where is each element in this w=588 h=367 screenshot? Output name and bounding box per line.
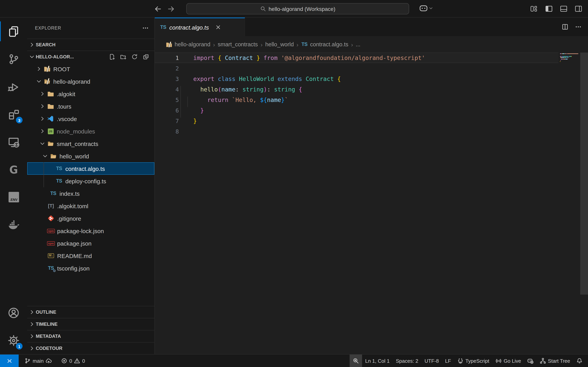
new-folder-icon[interactable] <box>120 54 126 60</box>
status-language-mode[interactable]: TypeScript <box>454 355 492 367</box>
breadcrumb-item-hello-algorand[interactable]: hello-algorand <box>166 41 210 48</box>
minimap-line <box>560 60 579 61</box>
tree-item--algokit[interactable]: .algokit <box>27 88 154 100</box>
tree-item-label: package.json <box>57 240 92 247</box>
tree-item--gitignore[interactable]: .gitignore <box>27 212 154 225</box>
command-center[interactable]: hello-algorand (Workspace) <box>186 3 409 14</box>
status-encoding[interactable]: UTF-8 <box>421 355 442 367</box>
tree-item-contract-algo-ts[interactable]: TScontract.algo.ts <box>27 162 154 175</box>
tab-contract-algo-ts[interactable]: TS contract.algo.ts <box>155 17 245 36</box>
section-search[interactable]: SEARCH <box>27 39 154 50</box>
folder-open-icon <box>47 140 54 147</box>
more-actions-icon[interactable] <box>575 23 582 30</box>
tree-item-index-ts[interactable]: TSindex.ts <box>27 187 154 200</box>
tsconfig-file-icon: TS⚙ <box>48 265 55 272</box>
remote-indicator[interactable] <box>0 355 19 367</box>
tree-item-readme-md[interactable]: M↓README.md <box>27 250 154 262</box>
code-line-7[interactable]: 7} <box>155 116 558 126</box>
close-tab-icon[interactable] <box>215 24 221 30</box>
status-label: Go Live <box>504 358 521 364</box>
activity-item-docker[interactable] <box>0 211 27 239</box>
section-timeline[interactable]: TIMELINE <box>27 318 154 330</box>
tree-item-tsconfig-json[interactable]: TS⚙tsconfig.json <box>27 262 154 274</box>
breadcrumb-item-smart-contracts[interactable]: smart_contracts <box>218 41 258 48</box>
section-codetour[interactable]: CODETOUR <box>27 342 154 354</box>
status-zoom-status[interactable] <box>350 355 362 367</box>
tree-item-smart-contracts[interactable]: smart_contracts <box>27 137 154 150</box>
code-line-2[interactable]: 2 <box>155 63 558 74</box>
new-file-icon[interactable] <box>109 54 115 60</box>
branch-status[interactable]: main <box>21 355 55 367</box>
tree-item--algokit-toml[interactable]: [T].algokit.toml <box>27 200 154 212</box>
tree-item-root[interactable]: ROOT <box>27 63 154 75</box>
minimap-slider[interactable] <box>580 52 588 295</box>
refresh-icon[interactable] <box>131 54 138 60</box>
layout-sidebar-right-icon[interactable] <box>574 5 583 13</box>
tree-item--tours[interactable]: .tours <box>27 100 154 112</box>
activity-item-dotenv[interactable]: .ENV <box>0 183 27 211</box>
chevron-right-icon <box>39 91 46 97</box>
breadcrumb-separator: › <box>213 41 215 48</box>
activity-item-explorer[interactable] <box>0 17 27 45</box>
chevron-right-icon <box>39 116 46 122</box>
breadcrumb-item-hello-world[interactable]: hello_world <box>265 41 294 48</box>
code-line-8[interactable]: 8 <box>155 126 558 137</box>
status-start-tree[interactable]: Start Tree <box>537 355 573 367</box>
tree-item--vscode[interactable]: .vscode <box>27 112 154 125</box>
code-editor[interactable]: 1import { Contract } from '@algorandfoun… <box>155 52 588 354</box>
code-line-4[interactable]: 4 hello(name: string): string { <box>155 84 558 95</box>
activity-item-source-control[interactable] <box>0 45 27 73</box>
layout-sidebar-left-icon[interactable] <box>545 5 553 13</box>
section-metadata[interactable]: METADATA <box>27 330 154 342</box>
status-cursor-position[interactable]: Ln 1, Col 1 <box>362 355 393 367</box>
activity-item-settings[interactable]: 1 <box>0 326 27 354</box>
type-hierarchy-icon <box>540 358 546 364</box>
problems-status[interactable]: 0 0 <box>58 355 88 367</box>
customize-layout-icon[interactable] <box>530 5 538 13</box>
zoom-in-icon <box>353 358 359 364</box>
tree-item-package-lock-json[interactable]: npmpackage-lock.json <box>27 225 154 237</box>
status-eol[interactable]: LF <box>442 355 454 367</box>
code-line-3[interactable]: 3export class HelloWorld extends Contrac… <box>155 74 558 84</box>
collapse-all-icon[interactable] <box>143 54 149 60</box>
tree-item-hello-algorand[interactable]: hello-algorand <box>27 75 154 88</box>
error-icon <box>61 358 67 364</box>
breadcrumb-item--[interactable]: ... <box>356 41 361 48</box>
breadcrumb-item-contract-algo-ts[interactable]: TScontract.algo.ts <box>301 41 348 48</box>
minimap-line <box>560 57 579 58</box>
history-back-icon[interactable] <box>154 5 162 13</box>
titlebar: hello-algorand (Workspace) <box>0 0 588 17</box>
typescript-file-icon: TS <box>56 177 63 184</box>
tree-item-deploy-config-ts[interactable]: TSdeploy-config.ts <box>27 175 154 187</box>
breadcrumb-separator: › <box>297 41 298 48</box>
tree-item-node-modules[interactable]: JSnode_modules <box>27 125 154 137</box>
debug-icon <box>8 81 19 92</box>
code-line-1[interactable]: 1import { Contract } from '@algorandfoun… <box>155 52 558 63</box>
section-workspace[interactable]: HELLO-ALGOR... <box>27 50 154 63</box>
activity-item-run-and-debug[interactable] <box>0 73 27 100</box>
split-editor-icon[interactable] <box>562 23 569 30</box>
activity-item-extensions[interactable]: 3 <box>0 100 27 128</box>
history-forward-icon[interactable] <box>167 5 175 13</box>
status-indentation[interactable]: Spaces: 2 <box>393 355 422 367</box>
section-outline[interactable]: OUTLINE <box>27 306 154 318</box>
code-line-5[interactable]: 5 return `Hello, ${name}` <box>155 95 558 105</box>
copilot-menu-button[interactable] <box>419 4 433 12</box>
typescript-file-icon: TS <box>56 165 63 172</box>
tree-item-label: .algokit <box>57 91 75 97</box>
activity-item-accounts[interactable] <box>0 299 27 326</box>
code-line-6[interactable]: 6 } <box>155 105 558 116</box>
status-go-live[interactable]: Go Live <box>492 355 524 367</box>
status-copilot-status[interactable] <box>524 355 537 367</box>
tree-item-package-json[interactable]: npmpackage.json <box>27 237 154 250</box>
status-notifications[interactable] <box>573 355 586 367</box>
views-and-more-actions-icon[interactable] <box>142 25 149 32</box>
folder-icon <box>47 103 54 110</box>
activity-item-remote-explorer[interactable] <box>0 128 27 156</box>
tree-item-hello-world[interactable]: hello_world <box>27 150 154 162</box>
chevron-down-icon <box>428 6 433 10</box>
breadcrumb-separator: › <box>261 41 263 48</box>
layout-panel-icon[interactable] <box>560 5 568 13</box>
minimap[interactable] <box>559 52 588 354</box>
activity-item-algokit[interactable]: G <box>0 156 27 183</box>
